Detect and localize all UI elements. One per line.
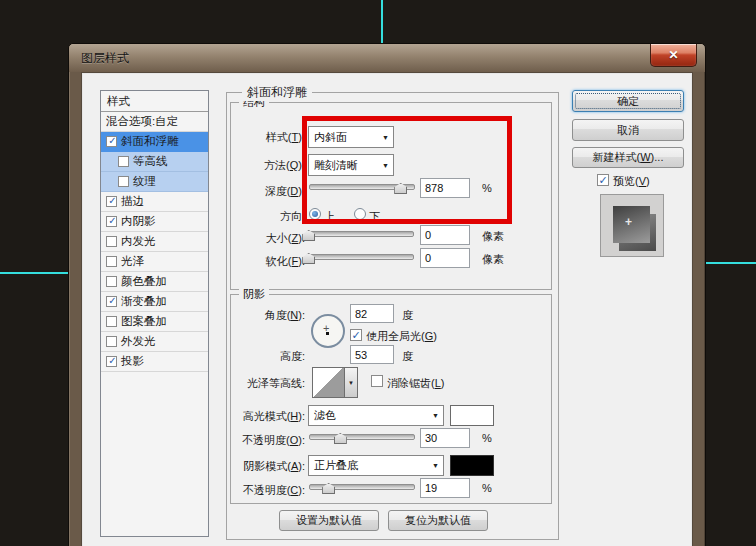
style-item-checkbox[interactable] — [106, 316, 117, 327]
style-list-item[interactable]: 颜色叠加 — [101, 272, 208, 292]
preview-thumbnail: + — [600, 194, 664, 257]
highlight-opacity-slider[interactable] — [309, 431, 415, 444]
style-list-item[interactable]: ✓投影 — [101, 352, 208, 372]
size-slider-track — [306, 231, 414, 237]
style-list-item[interactable]: ✓渐变叠加 — [101, 292, 208, 312]
preview-thumbnail-front-square: + — [613, 206, 650, 243]
style-item-checkbox[interactable]: ✓ — [106, 216, 117, 227]
shadow-mode-select[interactable]: 正片叠底 ▼ — [308, 455, 444, 476]
style-item-label: 颜色叠加 — [121, 274, 167, 289]
soften-input[interactable] — [420, 248, 470, 268]
ok-button[interactable]: 确定 — [572, 90, 684, 112]
angle-dial[interactable]: + — [311, 314, 345, 348]
highlight-opacity-unit: % — [482, 432, 492, 444]
altitude-input[interactable] — [350, 345, 394, 364]
annotation-highlight-rectangle — [302, 116, 512, 224]
styles-list-items: 混合选项:自定✓斜面和浮雕等高线纹理✓描边✓内阴影内发光光泽颜色叠加✓渐变叠加图… — [101, 112, 208, 372]
check-icon: ✓ — [107, 216, 118, 225]
antialias-label: 消除锯齿(L) — [387, 376, 444, 391]
check-icon: ✓ — [107, 136, 118, 145]
angle-dial-dot — [326, 332, 329, 335]
antialias-checkbox[interactable] — [371, 375, 383, 387]
preview-thumbnail-cross-icon: + — [625, 215, 632, 229]
style-item-label: 描边 — [121, 194, 144, 209]
horizontal-guide-line-left — [0, 272, 68, 274]
style-item-label: 内阴影 — [121, 214, 156, 229]
soften-unit: 像素 — [482, 252, 504, 267]
close-button[interactable]: ✕ — [650, 44, 697, 67]
set-default-button[interactable]: 设置为默认值 — [279, 510, 379, 531]
style-label: 样式(T): — [221, 130, 305, 145]
chevron-down-icon: ▼ — [348, 380, 354, 386]
style-list-item[interactable]: 混合选项:自定 — [101, 112, 208, 132]
check-icon: ✓ — [598, 174, 607, 186]
direction-label: 方向: — [221, 209, 305, 224]
new-style-button[interactable]: 新建样式(W)... — [572, 147, 684, 168]
size-slider[interactable] — [306, 228, 414, 241]
soften-label: 软化(F): — [221, 254, 305, 269]
gloss-contour-dropdown[interactable]: ▼ — [344, 367, 358, 398]
style-item-label: 外发光 — [121, 334, 156, 349]
angle-label: 角度(N): — [221, 308, 305, 323]
angle-input[interactable] — [350, 304, 394, 323]
styles-list: 样式 混合选项:自定✓斜面和浮雕等高线纹理✓描边✓内阴影内发光光泽颜色叠加✓渐变… — [100, 90, 209, 537]
vertical-guide-line — [381, 0, 383, 43]
use-global-light-checkbox[interactable]: ✓ — [350, 329, 362, 341]
shadow-opacity-input[interactable] — [420, 478, 470, 498]
dialog-title: 图层样式 — [81, 50, 129, 67]
style-item-checkbox[interactable] — [106, 336, 117, 347]
style-item-checkbox[interactable]: ✓ — [106, 296, 117, 307]
style-list-item[interactable]: 外发光 — [101, 332, 208, 352]
shadow-color-swatch[interactable] — [450, 455, 494, 476]
style-list-item[interactable]: ✓斜面和浮雕 — [101, 132, 208, 152]
size-unit: 像素 — [482, 229, 504, 244]
highlight-opacity-track — [309, 434, 415, 440]
style-item-checkbox[interactable] — [106, 256, 117, 267]
gloss-contour-swatch[interactable] — [312, 367, 345, 398]
highlight-mode-label: 高光模式(H): — [221, 409, 305, 424]
preview-checkbox[interactable]: ✓ — [597, 174, 609, 186]
style-item-checkbox[interactable]: ✓ — [106, 356, 117, 367]
reset-default-button[interactable]: 复位为默认值 — [388, 510, 488, 531]
style-list-item[interactable]: 光泽 — [101, 252, 208, 272]
style-item-label: 渐变叠加 — [121, 294, 167, 309]
highlight-mode-select[interactable]: 滤色 ▼ — [308, 405, 444, 426]
altitude-label: 高度: — [221, 349, 305, 364]
size-label: 大小(Z): — [221, 231, 305, 246]
soften-slider[interactable] — [306, 251, 414, 264]
check-icon: ✓ — [351, 329, 360, 341]
style-item-checkbox[interactable]: ✓ — [106, 196, 117, 207]
style-item-checkbox[interactable] — [106, 276, 117, 287]
style-list-item[interactable]: ✓内阴影 — [101, 212, 208, 232]
screen: { "window": { "title": "图层样式", "close_gl… — [0, 0, 756, 546]
use-global-light-label: 使用全局光(G) — [366, 329, 437, 344]
pane-title: 斜面和浮雕 — [242, 84, 312, 101]
shadow-opacity-label: 不透明度(C): — [221, 483, 305, 498]
preview-label: 预览(V) — [613, 174, 650, 189]
style-item-checkbox[interactable] — [118, 156, 129, 167]
depth-label: 深度(D): — [221, 184, 305, 199]
size-input[interactable] — [420, 225, 470, 245]
highlight-opacity-input[interactable] — [420, 428, 470, 448]
cancel-button[interactable]: 取消 — [572, 119, 684, 141]
dialog-titlebar[interactable]: 图层样式 ✕ — [69, 44, 705, 72]
style-item-label: 等高线 — [133, 154, 168, 169]
angle-unit: 度 — [402, 308, 413, 323]
style-item-checkbox[interactable] — [106, 236, 117, 247]
style-list-item[interactable]: 内发光 — [101, 232, 208, 252]
style-list-item[interactable]: 纹理 — [101, 172, 208, 192]
style-item-label: 混合选项:自定 — [106, 114, 178, 129]
highlight-color-swatch[interactable] — [450, 405, 494, 426]
chevron-down-icon: ▼ — [432, 462, 443, 469]
style-item-checkbox[interactable] — [118, 176, 129, 187]
soften-slider-track — [306, 254, 414, 260]
style-item-label: 内发光 — [121, 234, 156, 249]
style-list-item[interactable]: 等高线 — [101, 152, 208, 172]
style-item-checkbox[interactable]: ✓ — [106, 136, 117, 147]
shadow-opacity-slider[interactable] — [309, 481, 415, 494]
shading-legend: 阴影 — [239, 287, 269, 302]
style-list-item[interactable]: ✓描边 — [101, 192, 208, 212]
style-list-item[interactable]: 图案叠加 — [101, 312, 208, 332]
close-icon: ✕ — [668, 48, 678, 62]
check-icon: ✓ — [107, 196, 118, 205]
